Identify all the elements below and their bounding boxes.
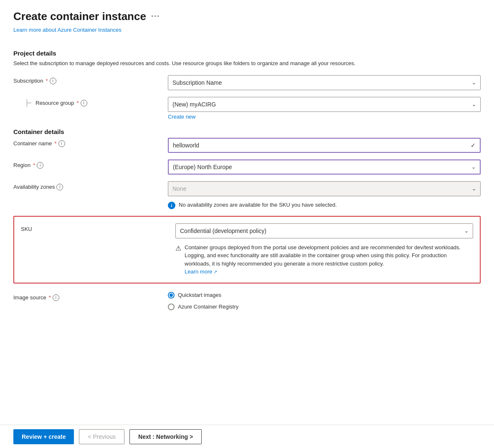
sku-value: Confidential (development policy) [180, 228, 266, 234]
container-name-row: Container name * i helloworld ✓ [13, 138, 481, 153]
sku-warning-icon: ⚠ [175, 244, 181, 252]
sku-warning-text: Container groups deployed from the porta… [185, 243, 473, 276]
subscription-info-icon[interactable]: i [50, 78, 56, 84]
sku-label: SKU [21, 226, 32, 232]
learn-more-top-link[interactable]: Learn more about Azure Container Instanc… [13, 27, 122, 33]
container-details-title: Container details [13, 128, 481, 135]
availability-zones-info-text: No availability zones are available for … [179, 201, 337, 209]
availability-zones-select: None ⌄ [168, 181, 481, 196]
image-source-option-quickstart[interactable]: Quickstart images [168, 292, 481, 299]
sku-control: Confidential (development policy) ⌄ [175, 223, 473, 238]
image-source-label-col: Image source * i [13, 292, 168, 301]
previous-button[interactable]: < Previous [79, 429, 124, 444]
page-title-ellipsis: ··· [151, 12, 160, 21]
container-name-check-icon: ✓ [471, 142, 476, 149]
subscription-control: Subscription Name ⌄ [168, 75, 481, 90]
availability-zones-label-col: Availability zones i [13, 181, 168, 190]
page-title: Create container instance [13, 10, 146, 23]
region-label-col: Region * i [13, 159, 168, 169]
review-create-button[interactable]: Review + create [13, 429, 74, 444]
image-source-row: Image source * i Quickstart images Azure… [13, 292, 481, 314]
project-details-title: Project details [13, 50, 481, 57]
region-control: (Europe) North Europe ⌄ [168, 159, 481, 175]
subscription-label-col: Subscription * i [13, 75, 168, 84]
sku-form-row: SKU Confidential (development policy) ⌄ [21, 223, 473, 238]
resource-group-value: (New) myACIRG [172, 101, 216, 108]
sku-warning-box: ⚠ Container groups deployed from the por… [175, 243, 473, 276]
sku-select[interactable]: Confidential (development policy) ⌄ [175, 223, 473, 238]
subscription-chevron-icon: ⌄ [472, 80, 476, 86]
resource-group-label: Resource group [35, 100, 74, 106]
availability-zones-control: None ⌄ [168, 181, 481, 196]
image-source-radio-acr[interactable] [168, 304, 175, 310]
region-info-icon[interactable]: i [37, 162, 43, 169]
create-new-link[interactable]: Create new [168, 114, 481, 120]
project-details-section: Project details Select the subscription … [13, 50, 481, 120]
sku-external-link-icon: ↗ [213, 268, 217, 276]
container-details-section: Container details Container name * i hel… [13, 128, 481, 209]
container-name-info-icon[interactable]: i [58, 140, 65, 147]
container-name-value: helloworld [173, 142, 199, 149]
resource-group-info-icon[interactable]: i [81, 100, 87, 106]
availability-zones-info-icon[interactable]: i [56, 184, 63, 190]
resource-group-label-col: Resource group * i [13, 97, 168, 107]
availability-zones-label: Availability zones [13, 184, 55, 190]
availability-zones-info-message: i No availability zones are available fo… [168, 201, 337, 209]
region-label: Region [13, 162, 30, 168]
availability-zones-value: None [172, 185, 186, 192]
sku-learn-more-link[interactable]: Learn more ↗ [185, 268, 217, 276]
availability-zones-chevron-icon: ⌄ [472, 186, 476, 192]
sku-chevron-icon: ⌄ [464, 228, 469, 234]
image-source-acr-label: Azure Container Registry [178, 304, 238, 310]
resource-group-control: (New) myACIRG ⌄ Create new [168, 97, 481, 120]
region-row: Region * i (Europe) North Europe ⌄ [13, 159, 481, 175]
sku-section: SKU Confidential (development policy) ⌄ … [13, 216, 481, 283]
subscription-value: Subscription Name [172, 79, 222, 86]
image-source-radio-quickstart[interactable] [168, 292, 175, 299]
subscription-select[interactable]: Subscription Name ⌄ [168, 75, 481, 90]
region-required: * [33, 162, 35, 168]
subscription-row: Subscription * i Subscription Name ⌄ [13, 75, 481, 90]
region-select[interactable]: (Europe) North Europe ⌄ [168, 159, 481, 175]
container-name-required: * [55, 140, 57, 147]
footer: Review + create < Previous Next : Networ… [0, 425, 494, 448]
image-source-label: Image source [13, 294, 46, 301]
region-chevron-icon: ⌄ [471, 164, 476, 170]
container-name-label: Container name [13, 140, 52, 147]
container-name-input[interactable]: helloworld ✓ [168, 138, 481, 153]
resource-group-row: Resource group * i (New) myACIRG ⌄ Creat… [13, 97, 481, 120]
container-name-label-col: Container name * i [13, 138, 168, 147]
resource-group-required: * [77, 100, 79, 106]
image-source-option-acr[interactable]: Azure Container Registry [168, 304, 481, 310]
region-value: (Europe) North Europe [173, 164, 232, 170]
image-source-required: * [49, 294, 51, 301]
subscription-required: * [46, 78, 48, 84]
resource-group-chevron-icon: ⌄ [472, 101, 476, 107]
next-networking-button[interactable]: Next : Networking > [129, 429, 202, 444]
subscription-label: Subscription [13, 78, 43, 84]
image-source-quickstart-label: Quickstart images [178, 292, 221, 298]
resource-group-select[interactable]: (New) myACIRG ⌄ [168, 97, 481, 112]
project-details-desc: Select the subscription to manage deploy… [13, 59, 481, 68]
page-title-row: Create container instance ··· [13, 10, 481, 23]
sku-label-col: SKU [21, 223, 175, 232]
container-name-control: helloworld ✓ [168, 138, 481, 153]
availability-zones-row: Availability zones i None ⌄ i No availab… [13, 181, 481, 209]
image-source-control: Quickstart images Azure Container Regist… [168, 292, 481, 314]
availability-zones-info-circle-icon: i [168, 202, 175, 209]
image-source-info-icon[interactable]: i [53, 294, 59, 301]
